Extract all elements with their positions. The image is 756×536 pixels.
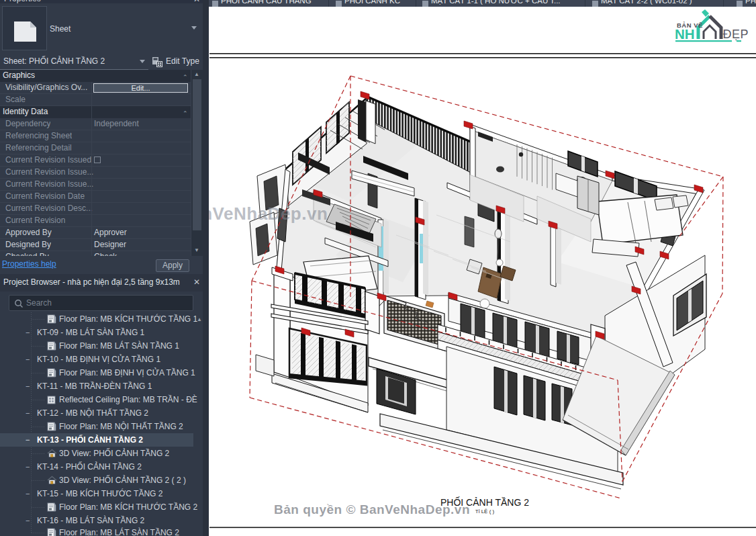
svg-text:NH: NH bbox=[675, 26, 695, 42]
svg-text:ĐẸP: ĐẸP bbox=[723, 28, 749, 41]
